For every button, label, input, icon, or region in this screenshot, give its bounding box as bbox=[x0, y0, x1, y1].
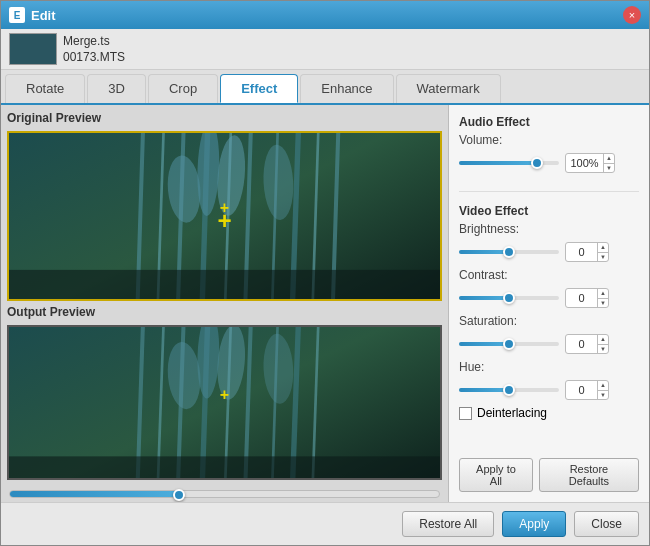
saturation-down[interactable]: ▼ bbox=[598, 345, 608, 354]
main-content: Original Preview bbox=[1, 105, 649, 502]
restore-defaults-button[interactable]: Restore Defaults bbox=[539, 458, 639, 492]
saturation-value: 0 bbox=[566, 338, 597, 350]
brightness-label: Brightness: bbox=[459, 222, 519, 236]
original-preview-label: Original Preview bbox=[7, 111, 442, 125]
file-thumbnail bbox=[9, 33, 57, 65]
volume-down[interactable]: ▼ bbox=[604, 164, 614, 173]
file-name-1: Merge.ts bbox=[63, 34, 125, 48]
saturation-spinbox[interactable]: 0 ▲ ▼ bbox=[565, 334, 609, 354]
contrast-thumb[interactable] bbox=[503, 292, 515, 304]
hue-fill bbox=[459, 388, 509, 392]
volume-up[interactable]: ▲ bbox=[604, 154, 614, 164]
saturation-fill bbox=[459, 342, 509, 346]
audio-effect-title: Audio Effect bbox=[459, 115, 639, 129]
original-preview-box: + bbox=[7, 131, 442, 301]
volume-spinbox[interactable]: 100% ▲ ▼ bbox=[565, 153, 615, 173]
video-effect-section: Video Effect Brightness: 0 ▲ ▼ bbox=[459, 204, 639, 420]
audio-effect-section: Audio Effect Volume: 100% ▲ ▼ bbox=[459, 115, 639, 179]
brightness-value: 0 bbox=[566, 246, 597, 258]
window-title: Edit bbox=[31, 8, 623, 23]
brightness-arrows[interactable]: ▲ ▼ bbox=[597, 243, 608, 261]
contrast-slider-row: 0 ▲ ▼ bbox=[459, 288, 639, 308]
brightness-fill bbox=[459, 250, 509, 254]
volume-arrows[interactable]: ▲ ▼ bbox=[603, 154, 614, 172]
svg-rect-15 bbox=[9, 270, 440, 299]
volume-slider-thumb[interactable] bbox=[531, 157, 543, 169]
volume-slider-row: 100% ▲ ▼ bbox=[459, 153, 639, 173]
saturation-up[interactable]: ▲ bbox=[598, 335, 608, 345]
brightness-slider-row: 0 ▲ ▼ bbox=[459, 242, 639, 262]
deinterlacing-label: Deinterlacing bbox=[477, 406, 547, 420]
saturation-label: Saturation: bbox=[459, 314, 519, 328]
volume-label: Volume: bbox=[459, 133, 519, 147]
contrast-label: Contrast: bbox=[459, 268, 519, 282]
hue-down[interactable]: ▼ bbox=[598, 391, 608, 400]
tab-watermark[interactable]: Watermark bbox=[396, 74, 501, 103]
contrast-spinbox[interactable]: 0 ▲ ▼ bbox=[565, 288, 609, 308]
hue-label-row: Hue: bbox=[459, 360, 639, 374]
timeline-bar[interactable] bbox=[9, 490, 440, 498]
saturation-thumb[interactable] bbox=[503, 338, 515, 350]
contrast-value: 0 bbox=[566, 292, 597, 304]
svg-text:+: + bbox=[217, 207, 231, 234]
app-icon: E bbox=[9, 7, 25, 23]
tab-effect[interactable]: Effect bbox=[220, 74, 298, 103]
contrast-arrows[interactable]: ▲ ▼ bbox=[597, 289, 608, 307]
footer: Restore All Apply Close bbox=[1, 502, 649, 545]
deinterlacing-row: Deinterlacing bbox=[459, 406, 639, 420]
hue-slider-track[interactable] bbox=[459, 388, 559, 392]
saturation-label-row: Saturation: bbox=[459, 314, 639, 328]
svg-rect-31 bbox=[9, 456, 440, 478]
edit-window: E Edit × Merge.ts 00173.MTS Rotate 3D Cr… bbox=[0, 0, 650, 546]
volume-row: Volume: bbox=[459, 133, 639, 147]
brightness-label-row: Brightness: bbox=[459, 222, 639, 236]
hue-value: 0 bbox=[566, 384, 597, 396]
tab-3d[interactable]: 3D bbox=[87, 74, 146, 103]
close-window-button[interactable]: × bbox=[623, 6, 641, 24]
output-preview-box bbox=[7, 325, 442, 480]
contrast-slider-track[interactable] bbox=[459, 296, 559, 300]
original-preview-content: + bbox=[9, 133, 440, 299]
output-preview-content bbox=[9, 327, 440, 478]
deinterlacing-checkbox[interactable] bbox=[459, 407, 472, 420]
hue-label: Hue: bbox=[459, 360, 519, 374]
effect-buttons-row: Apply to All Restore Defaults bbox=[459, 458, 639, 492]
output-preview-label: Output Preview bbox=[7, 305, 442, 319]
hue-spinbox[interactable]: 0 ▲ ▼ bbox=[565, 380, 609, 400]
close-button[interactable]: Close bbox=[574, 511, 639, 537]
divider-1 bbox=[459, 191, 639, 192]
contrast-down[interactable]: ▼ bbox=[598, 299, 608, 308]
hue-slider-row: 0 ▲ ▼ bbox=[459, 380, 639, 400]
apply-button[interactable]: Apply bbox=[502, 511, 566, 537]
brightness-down[interactable]: ▼ bbox=[598, 253, 608, 262]
hue-thumb[interactable] bbox=[503, 384, 515, 396]
tab-crop[interactable]: Crop bbox=[148, 74, 218, 103]
saturation-arrows[interactable]: ▲ ▼ bbox=[597, 335, 608, 353]
timeline-fill bbox=[10, 491, 182, 497]
file-name-2: 00173.MTS bbox=[63, 50, 125, 64]
volume-slider-track[interactable] bbox=[459, 161, 559, 165]
hue-up[interactable]: ▲ bbox=[598, 381, 608, 391]
tab-enhance[interactable]: Enhance bbox=[300, 74, 393, 103]
saturation-slider-track[interactable] bbox=[459, 342, 559, 346]
brightness-thumb[interactable] bbox=[503, 246, 515, 258]
brightness-up[interactable]: ▲ bbox=[598, 243, 608, 253]
restore-all-button[interactable]: Restore All bbox=[402, 511, 494, 537]
brightness-spinbox[interactable]: 0 ▲ ▼ bbox=[565, 242, 609, 262]
hue-arrows[interactable]: ▲ ▼ bbox=[597, 381, 608, 399]
contrast-up[interactable]: ▲ bbox=[598, 289, 608, 299]
right-panel: Audio Effect Volume: 100% ▲ ▼ bbox=[449, 105, 649, 502]
volume-value: 100% bbox=[566, 157, 603, 169]
timeline-thumb[interactable] bbox=[173, 489, 185, 501]
left-panel: Original Preview bbox=[1, 105, 449, 502]
video-effect-title: Video Effect bbox=[459, 204, 639, 218]
tabs-bar: Rotate 3D Crop Effect Enhance Watermark bbox=[1, 70, 649, 105]
tab-rotate[interactable]: Rotate bbox=[5, 74, 85, 103]
apply-to-all-button[interactable]: Apply to All bbox=[459, 458, 533, 492]
file-bar: Merge.ts 00173.MTS bbox=[1, 29, 649, 70]
volume-slider-fill bbox=[459, 161, 539, 165]
brightness-slider-track[interactable] bbox=[459, 250, 559, 254]
contrast-label-row: Contrast: bbox=[459, 268, 639, 282]
saturation-slider-row: 0 ▲ ▼ bbox=[459, 334, 639, 354]
contrast-fill bbox=[459, 296, 509, 300]
